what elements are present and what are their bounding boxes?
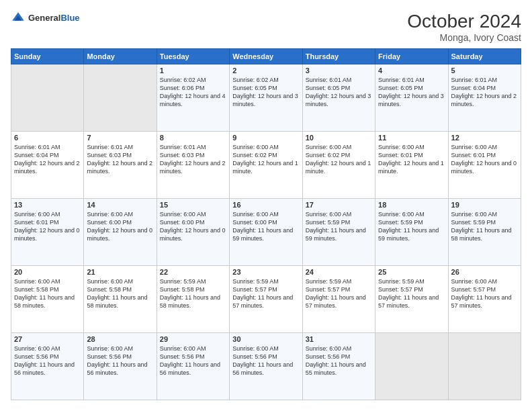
calendar-cell: 3Sunrise: 6:01 AM Sunset: 6:05 PM Daylig… (302, 64, 375, 132)
calendar-cell: 22Sunrise: 5:59 AM Sunset: 5:58 PM Dayli… (157, 266, 229, 333)
logo: GeneralBlue (11, 11, 80, 26)
day-detail: Sunrise: 6:00 AM Sunset: 5:57 PM Dayligh… (451, 277, 518, 310)
day-number: 17 (306, 201, 372, 209)
calendar-cell: 23Sunrise: 5:59 AM Sunset: 5:57 PM Dayli… (230, 266, 302, 333)
weekday-header-wednesday: Wednesday (230, 49, 302, 64)
day-detail: Sunrise: 6:00 AM Sunset: 6:01 PM Dayligh… (378, 143, 445, 176)
day-number: 3 (306, 66, 372, 75)
day-detail: Sunrise: 6:02 AM Sunset: 6:05 PM Dayligh… (232, 76, 299, 109)
day-number: 10 (306, 134, 372, 142)
month-title: October 2024 (407, 11, 521, 32)
calendar-week-1: 6Sunrise: 6:01 AM Sunset: 6:04 PM Daylig… (11, 132, 521, 199)
day-number: 7 (87, 134, 153, 142)
calendar-cell: 29Sunrise: 6:00 AM Sunset: 5:56 PM Dayli… (157, 333, 229, 400)
weekday-header-row: SundayMondayTuesdayWednesdayThursdayFrid… (11, 49, 521, 64)
day-detail: Sunrise: 5:59 AM Sunset: 5:57 PM Dayligh… (378, 277, 445, 310)
day-number: 12 (451, 134, 518, 142)
day-detail: Sunrise: 6:01 AM Sunset: 6:04 PM Dayligh… (451, 76, 518, 109)
calendar-cell: 27Sunrise: 6:00 AM Sunset: 5:56 PM Dayli… (11, 333, 84, 400)
day-detail: Sunrise: 6:01 AM Sunset: 6:03 PM Dayligh… (87, 143, 153, 176)
day-detail: Sunrise: 6:00 AM Sunset: 6:01 PM Dayligh… (14, 210, 81, 243)
day-detail: Sunrise: 6:01 AM Sunset: 6:05 PM Dayligh… (306, 76, 372, 109)
day-detail: Sunrise: 6:00 AM Sunset: 6:01 PM Dayligh… (451, 143, 518, 176)
day-number: 11 (378, 134, 445, 142)
day-detail: Sunrise: 6:00 AM Sunset: 5:58 PM Dayligh… (87, 277, 153, 310)
calendar-cell: 11Sunrise: 6:00 AM Sunset: 6:01 PM Dayli… (375, 132, 448, 199)
calendar-cell: 18Sunrise: 6:00 AM Sunset: 5:59 PM Dayli… (375, 199, 448, 266)
calendar-body: 1Sunrise: 6:02 AM Sunset: 6:06 PM Daylig… (11, 64, 521, 400)
day-number: 15 (160, 201, 226, 209)
logo-text: GeneralBlue (28, 13, 80, 24)
weekday-header-sunday: Sunday (11, 49, 84, 64)
calendar-cell: 12Sunrise: 6:00 AM Sunset: 6:01 PM Dayli… (448, 132, 521, 199)
day-detail: Sunrise: 6:00 AM Sunset: 6:00 PM Dayligh… (160, 210, 226, 243)
calendar-week-4: 27Sunrise: 6:00 AM Sunset: 5:56 PM Dayli… (11, 333, 521, 400)
day-number: 14 (87, 201, 153, 209)
day-number: 26 (451, 268, 518, 276)
calendar-cell (84, 64, 157, 132)
title-block: October 2024 Monga, Ivory Coast (407, 11, 521, 43)
calendar-cell: 24Sunrise: 5:59 AM Sunset: 5:57 PM Dayli… (302, 266, 375, 333)
day-number: 23 (232, 268, 299, 276)
day-detail: Sunrise: 6:00 AM Sunset: 5:58 PM Dayligh… (14, 277, 81, 310)
calendar-cell: 25Sunrise: 5:59 AM Sunset: 5:57 PM Dayli… (375, 266, 448, 333)
location: Monga, Ivory Coast (407, 32, 521, 43)
header: GeneralBlue October 2024 Monga, Ivory Co… (11, 11, 521, 43)
day-number: 18 (378, 201, 445, 209)
calendar-cell: 28Sunrise: 6:00 AM Sunset: 5:56 PM Dayli… (84, 333, 157, 400)
day-detail: Sunrise: 6:02 AM Sunset: 6:06 PM Dayligh… (160, 76, 226, 109)
day-number: 25 (378, 268, 445, 276)
page: GeneralBlue October 2024 Monga, Ivory Co… (0, 0, 532, 411)
calendar-cell: 4Sunrise: 6:01 AM Sunset: 6:05 PM Daylig… (375, 64, 448, 132)
day-detail: Sunrise: 6:00 AM Sunset: 6:00 PM Dayligh… (87, 210, 153, 243)
day-number: 22 (160, 268, 226, 276)
calendar-cell: 9Sunrise: 6:00 AM Sunset: 6:02 PM Daylig… (230, 132, 302, 199)
day-detail: Sunrise: 6:00 AM Sunset: 5:56 PM Dayligh… (14, 345, 81, 377)
day-number: 24 (306, 268, 372, 276)
day-number: 27 (14, 335, 81, 343)
weekday-header-thursday: Thursday (302, 49, 375, 64)
day-number: 28 (87, 335, 153, 343)
calendar-cell (375, 333, 448, 400)
day-detail: Sunrise: 5:59 AM Sunset: 5:57 PM Dayligh… (232, 277, 299, 310)
weekday-header-monday: Monday (84, 49, 157, 64)
calendar-cell: 2Sunrise: 6:02 AM Sunset: 6:05 PM Daylig… (230, 64, 302, 132)
day-detail: Sunrise: 6:01 AM Sunset: 6:05 PM Dayligh… (378, 76, 445, 109)
day-detail: Sunrise: 6:00 AM Sunset: 6:02 PM Dayligh… (306, 143, 372, 176)
calendar-table: SundayMondayTuesdayWednesdayThursdayFrid… (11, 48, 521, 400)
calendar-cell: 7Sunrise: 6:01 AM Sunset: 6:03 PM Daylig… (84, 132, 157, 199)
day-number: 29 (160, 335, 226, 343)
calendar-cell: 14Sunrise: 6:00 AM Sunset: 6:00 PM Dayli… (84, 199, 157, 266)
day-detail: Sunrise: 6:00 AM Sunset: 6:00 PM Dayligh… (232, 210, 299, 243)
day-detail: Sunrise: 6:01 AM Sunset: 6:03 PM Dayligh… (160, 143, 226, 176)
calendar-header: SundayMondayTuesdayWednesdayThursdayFrid… (11, 49, 521, 64)
day-number: 5 (451, 66, 518, 75)
calendar-cell: 17Sunrise: 6:00 AM Sunset: 5:59 PM Dayli… (302, 199, 375, 266)
day-detail: Sunrise: 6:00 AM Sunset: 5:59 PM Dayligh… (306, 210, 372, 243)
calendar-cell: 1Sunrise: 6:02 AM Sunset: 6:06 PM Daylig… (157, 64, 229, 132)
day-number: 6 (14, 134, 81, 142)
calendar-cell: 21Sunrise: 6:00 AM Sunset: 5:58 PM Dayli… (84, 266, 157, 333)
day-number: 16 (232, 201, 299, 209)
day-number: 1 (160, 66, 226, 75)
day-detail: Sunrise: 6:00 AM Sunset: 5:56 PM Dayligh… (306, 345, 372, 377)
day-number: 13 (14, 201, 81, 209)
calendar-week-0: 1Sunrise: 6:02 AM Sunset: 6:06 PM Daylig… (11, 64, 521, 132)
day-number: 4 (378, 66, 445, 75)
calendar-cell (448, 333, 521, 400)
day-number: 2 (232, 66, 299, 75)
day-number: 21 (87, 268, 153, 276)
calendar-cell: 13Sunrise: 6:00 AM Sunset: 6:01 PM Dayli… (11, 199, 84, 266)
logo-icon (11, 11, 26, 26)
calendar-cell: 16Sunrise: 6:00 AM Sunset: 6:00 PM Dayli… (230, 199, 302, 266)
calendar-cell: 5Sunrise: 6:01 AM Sunset: 6:04 PM Daylig… (448, 64, 521, 132)
calendar-cell: 26Sunrise: 6:00 AM Sunset: 5:57 PM Dayli… (448, 266, 521, 333)
calendar-cell: 8Sunrise: 6:01 AM Sunset: 6:03 PM Daylig… (157, 132, 229, 199)
calendar-cell: 10Sunrise: 6:00 AM Sunset: 6:02 PM Dayli… (302, 132, 375, 199)
day-detail: Sunrise: 6:00 AM Sunset: 5:56 PM Dayligh… (87, 345, 153, 377)
day-detail: Sunrise: 6:00 AM Sunset: 5:56 PM Dayligh… (160, 345, 226, 377)
day-number: 8 (160, 134, 226, 142)
calendar-week-3: 20Sunrise: 6:00 AM Sunset: 5:58 PM Dayli… (11, 266, 521, 333)
calendar-cell: 19Sunrise: 6:00 AM Sunset: 5:59 PM Dayli… (448, 199, 521, 266)
day-number: 30 (232, 335, 299, 343)
